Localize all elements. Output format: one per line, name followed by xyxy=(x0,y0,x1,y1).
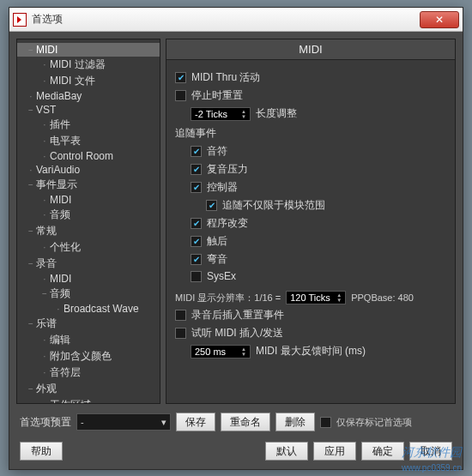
opt-chase-poly[interactable]: 复音压力 xyxy=(175,162,446,177)
tree-item[interactable]: ·VariAudio xyxy=(17,163,160,177)
bullet-icon: · xyxy=(39,210,50,220)
tree-item-label: 插件 xyxy=(50,117,70,132)
label: 复音压力 xyxy=(207,162,248,177)
spinner-arrows-icon[interactable]: ▲▼ xyxy=(241,109,246,119)
tree-item-label: 工作区域 xyxy=(50,398,91,404)
collapse-icon[interactable]: − xyxy=(26,384,36,394)
feedback-spinner[interactable]: 250 ms ▲▼ xyxy=(191,345,251,359)
preset-bar: 首选项预置 - ▾ 保存 重命名 删除 仅保存标记首选项 xyxy=(16,409,456,435)
bullet-icon: · xyxy=(39,335,50,345)
checkbox-icon[interactable] xyxy=(175,72,186,83)
tree-item[interactable]: ·音频 xyxy=(17,207,160,223)
ppq-label: PPQBase: 480 xyxy=(351,292,414,303)
label: MIDI Thru 活动 xyxy=(191,70,260,85)
tree-item-label: VST xyxy=(36,104,56,116)
checkbox-icon[interactable] xyxy=(191,164,202,175)
tree-item-label: 附加含义颜色 xyxy=(50,349,112,364)
tree-item-label: 录音 xyxy=(36,256,57,271)
tree-item[interactable]: −事件显示 xyxy=(17,177,160,193)
collapse-icon[interactable]: − xyxy=(39,289,50,298)
tree-item[interactable]: ·MediaBay xyxy=(17,89,160,103)
collapse-icon[interactable]: − xyxy=(26,105,36,115)
tree-item[interactable]: −VST xyxy=(17,103,160,117)
checkbox-icon[interactable] xyxy=(191,182,202,193)
ok-button[interactable]: 确定 xyxy=(361,442,404,461)
tree-item[interactable]: −常规 xyxy=(17,223,160,239)
tree-item[interactable]: ·插件 xyxy=(17,117,160,133)
tree-item[interactable]: ·Broadcast Wave xyxy=(17,302,160,316)
opt-midi-thru[interactable]: MIDI Thru 活动 xyxy=(175,70,446,85)
tree-item[interactable]: −录音 xyxy=(17,256,160,272)
checkbox-icon[interactable] xyxy=(191,271,202,282)
tree-item[interactable]: ·工作区域 xyxy=(17,397,160,404)
collapse-icon[interactable]: − xyxy=(26,319,36,328)
preset-select[interactable]: - ▾ xyxy=(76,413,171,431)
tree-item[interactable]: ·附加含义颜色 xyxy=(17,348,160,365)
window-title: 首选项 xyxy=(32,12,420,27)
save-preset-button[interactable]: 保存 xyxy=(176,413,215,431)
opt-chase-program[interactable]: 程序改变 xyxy=(175,216,446,231)
opt-chase-controller[interactable]: 控制器 xyxy=(175,180,446,195)
tree-item[interactable]: −乐谱 xyxy=(17,316,160,332)
category-tree[interactable]: −MIDI·MIDI 过滤器·MIDI 文件·MediaBay−VST·插件·电… xyxy=(16,39,160,404)
checkbox-icon[interactable] xyxy=(206,200,217,211)
rename-preset-button[interactable]: 重命名 xyxy=(221,413,270,431)
tree-item-label: 音符层 xyxy=(50,365,81,380)
collapse-icon[interactable]: − xyxy=(26,259,36,268)
opt-audition-midi[interactable]: 试听 MIDI 插入/发送 xyxy=(175,326,446,340)
spinner-arrows-icon[interactable]: ▲▼ xyxy=(336,292,342,303)
tree-item[interactable]: ·音符层 xyxy=(17,365,160,381)
display-resolution-row: MIDI 显示分辨率：1/16 = 120 Ticks ▲▼ PPQBase: … xyxy=(175,291,446,304)
collapse-icon[interactable]: − xyxy=(26,180,36,190)
opt-insert-reset[interactable]: 录音后插入重置事件 xyxy=(175,308,446,322)
tree-item[interactable]: ·MIDI xyxy=(17,272,160,286)
display-res-spinner[interactable]: 120 Ticks ▲▼ xyxy=(286,291,346,304)
opt-chase-beyond[interactable]: 追随不仅限于模块范围 xyxy=(175,198,446,213)
opt-chase-aftertouch[interactable]: 触后 xyxy=(175,234,446,249)
only-marked-checkbox[interactable] xyxy=(320,417,331,428)
cancel-button[interactable]: 取消 xyxy=(409,442,452,461)
checkbox-icon[interactable] xyxy=(191,146,202,157)
opt-chase-note[interactable]: 音符 xyxy=(175,144,446,159)
bullet-icon: · xyxy=(39,136,50,146)
spinner-arrows-icon[interactable]: ▲▼ xyxy=(241,346,246,357)
opt-chase-sysex[interactable]: SysEx xyxy=(175,270,446,282)
collapse-icon[interactable]: − xyxy=(26,45,36,55)
opt-chase-pitchbend[interactable]: 弯音 xyxy=(175,252,446,267)
opt-reset-on-stop[interactable]: 停止时重置 xyxy=(175,88,446,103)
help-button[interactable]: 帮助 xyxy=(20,442,63,461)
delete-preset-button[interactable]: 删除 xyxy=(275,413,315,431)
tree-item-label: 外观 xyxy=(36,382,57,396)
label: 试听 MIDI 插入/发送 xyxy=(191,326,283,340)
length-spinner[interactable]: -2 Ticks ▲▼ xyxy=(191,107,251,121)
spin-value: 250 ms xyxy=(195,346,226,357)
tree-item[interactable]: ·编辑 xyxy=(17,332,160,348)
checkbox-icon[interactable] xyxy=(191,218,202,229)
tree-item[interactable]: ·电平表 xyxy=(17,133,160,149)
checkbox-icon[interactable] xyxy=(175,310,186,321)
tree-item[interactable]: ·MIDI 文件 xyxy=(17,73,160,89)
tree-item-label: MIDI xyxy=(50,194,71,206)
tree-item-label: 音频 xyxy=(50,286,70,301)
spin-value: 120 Ticks xyxy=(290,292,330,303)
bullet-icon: · xyxy=(39,60,50,69)
tree-item-label: MIDI 文件 xyxy=(50,74,95,88)
collapse-icon[interactable]: − xyxy=(26,226,36,236)
checkbox-icon[interactable] xyxy=(175,328,186,339)
tree-item[interactable]: −外观 xyxy=(17,381,160,397)
tree-item[interactable]: ·MIDI 过滤器 xyxy=(17,57,160,73)
close-button[interactable]: ✕ xyxy=(420,11,459,28)
checkbox-icon[interactable] xyxy=(191,254,202,265)
chase-events-label: 追随事件 xyxy=(175,126,446,141)
tree-item[interactable]: −MIDI xyxy=(17,43,160,57)
tree-item[interactable]: ·MIDI xyxy=(17,193,160,207)
apply-button[interactable]: 应用 xyxy=(313,442,356,461)
default-button[interactable]: 默认 xyxy=(265,442,308,461)
tree-item[interactable]: −音频 xyxy=(17,286,160,302)
tree-item[interactable]: ·个性化 xyxy=(17,239,160,256)
checkbox-icon[interactable] xyxy=(175,90,186,101)
checkbox-icon[interactable] xyxy=(191,236,202,247)
preset-label: 首选项预置 xyxy=(20,415,71,430)
tree-item-label: MIDI xyxy=(50,273,71,285)
tree-item[interactable]: ·Control Room xyxy=(17,149,160,163)
